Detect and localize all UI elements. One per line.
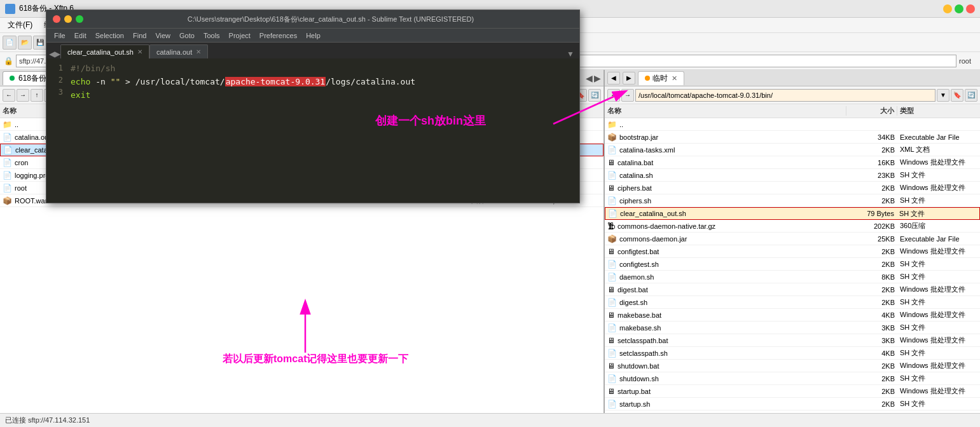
- toolbar-open[interactable]: 📂: [18, 36, 32, 50]
- sublime-min[interactable]: [64, 15, 72, 23]
- s-menu-selection[interactable]: Selection: [92, 30, 128, 41]
- right-file-name: 🖥 startup.bat: [605, 387, 846, 396]
- right-file-icon: 📄: [607, 196, 617, 205]
- s-menu-edit[interactable]: Edit: [71, 30, 90, 41]
- sublime-tabbar: ◀ ▶ clear_catalina_out.sh ✕ catalina.out…: [46, 42, 579, 58]
- right-file-type: SH 文件: [897, 272, 980, 281]
- right-file-icon: 🖥: [607, 362, 615, 370]
- right-file-name: 🗜 commons-daemon-native.tar.gz: [605, 222, 846, 231]
- right-file-icon: 🖥: [607, 285, 615, 294]
- right-file-row[interactable]: 🖥 shutdown.bat 2KB Windows 批处理文件: [605, 360, 980, 372]
- right-tab-prev[interactable]: ◀: [607, 72, 620, 85]
- line-numbers: 1 2 3: [46, 58, 66, 203]
- right-file-icon: 🖥: [607, 311, 615, 320]
- file-icon: 📄: [3, 184, 12, 193]
- right-file-name-label: daemon.sh: [619, 273, 654, 281]
- right-bookmark[interactable]: 🔖: [951, 89, 963, 102]
- right-file-row[interactable]: 🗜 commons-daemon-native.tar.gz 202KB 360…: [605, 220, 980, 233]
- left-forward[interactable]: →: [17, 89, 29, 102]
- status-text: 已连接 sftp://47.114.32.151: [5, 416, 90, 425]
- s-tab-nav-prev[interactable]: ◀: [49, 50, 55, 58]
- right-file-name-label: digest.sh: [619, 299, 647, 306]
- right-tab-dot: [645, 76, 650, 81]
- s-tab-2[interactable]: catalina.out ✕: [149, 44, 208, 58]
- right-back[interactable]: ←: [607, 89, 620, 102]
- s-menu-help[interactable]: Help: [302, 30, 324, 41]
- right-file-type: Windows 批处理文件: [897, 361, 980, 370]
- right-tab-next[interactable]: ▶: [623, 72, 635, 85]
- right-file-name-label: catalina.sh: [619, 172, 653, 179]
- s-tab-nav-next[interactable]: ▶: [55, 50, 60, 58]
- menu-file[interactable]: 文件(F): [3, 18, 38, 32]
- s-menu-preferences[interactable]: Preferences: [256, 30, 301, 41]
- right-tab-close[interactable]: ✕: [672, 74, 677, 83]
- right-file-row[interactable]: 📄 ciphers.sh 2KB SH 文件: [605, 194, 980, 207]
- sublime-close[interactable]: [53, 15, 60, 23]
- s-menu-find[interactable]: Find: [129, 30, 150, 41]
- right-file-row[interactable]: 🖥 setclasspath.bat 3KB Windows 批处理文件: [605, 334, 980, 347]
- right-file-row[interactable]: 🖥 digest.bat 2KB Windows 批处理文件: [605, 283, 980, 296]
- right-file-row[interactable]: 📄 catalina.sh 23KB SH 文件: [605, 169, 980, 182]
- left-tab-next[interactable]: ▶: [594, 73, 601, 83]
- right-file-row[interactable]: 📄 setclasspath.sh 4KB SH 文件: [605, 347, 980, 360]
- right-file-row[interactable]: 🖥 configtest.bat 2KB Windows 批处理文件: [605, 245, 980, 258]
- right-tab-active[interactable]: 临时 ✕: [638, 71, 684, 85]
- toolbar-new[interactable]: 📄: [3, 36, 17, 50]
- s-menu-project[interactable]: Project: [225, 30, 254, 41]
- right-file-row[interactable]: 📦 bootstrap.jar 34KB Executable Jar File: [605, 131, 980, 144]
- left-back[interactable]: ←: [3, 89, 15, 102]
- right-file-row[interactable]: 📁 ..: [605, 118, 980, 131]
- right-path-go[interactable]: ▼: [937, 89, 949, 102]
- right-file-row[interactable]: 📄 daemon.sh 8KB SH 文件: [605, 271, 980, 283]
- s-tab-1-close[interactable]: ✕: [137, 48, 142, 55]
- right-file-row[interactable]: 📄 makebase.sh 3KB SH 文件: [605, 322, 980, 334]
- right-path-input[interactable]: [635, 89, 935, 102]
- right-file-type: SH 文件: [897, 399, 980, 409]
- right-file-name-label: makebase.bat: [618, 311, 661, 319]
- right-file-size: 16KB: [846, 159, 897, 166]
- right-file-size: 23KB: [846, 172, 897, 179]
- right-file-list: 📁 .. 📦 bootstrap.jar 34KB Executable Jar…: [605, 118, 980, 413]
- right-file-row[interactable]: 📄 startup.sh 2KB SH 文件: [605, 398, 980, 410]
- s-tab-1[interactable]: clear_catalina_out.sh ✕: [60, 44, 149, 58]
- right-refresh[interactable]: 🔄: [965, 89, 977, 102]
- s-menu-tools[interactable]: Tools: [200, 30, 224, 41]
- right-file-row[interactable]: 📄 configtest.sh 2KB SH 文件: [605, 258, 980, 271]
- right-file-type: Windows 批处理文件: [897, 336, 980, 345]
- app-icon: [5, 4, 15, 14]
- file-icon: 📄: [3, 158, 12, 167]
- left-refresh[interactable]: 🔄: [588, 89, 601, 102]
- right-file-type: SH 文件: [897, 196, 980, 205]
- right-file-size: 34KB: [846, 133, 897, 141]
- right-file-type: SH 文件: [897, 297, 980, 307]
- code-area[interactable]: #!/bin/sh echo -n "" > /usr/local/tomcat…: [66, 58, 579, 203]
- right-file-row[interactable]: 📄 clear_catalina_out.sh 79 Bytes SH 文件: [605, 207, 980, 220]
- right-file-row[interactable]: 📄 shutdown.sh 2KB SH 文件: [605, 372, 980, 385]
- sublime-menubar: File Edit Selection Find View Goto Tools…: [46, 28, 579, 42]
- minimize-button[interactable]: [943, 4, 952, 13]
- left-tab-prev[interactable]: ◀: [586, 73, 593, 83]
- right-file-row[interactable]: 🖥 startup.bat 2KB Windows 批处理文件: [605, 385, 980, 398]
- close-button[interactable]: [966, 4, 975, 13]
- maximize-button[interactable]: [955, 4, 963, 13]
- right-file-name: 📦 commons-daemon.jar: [605, 234, 846, 243]
- right-file-row[interactable]: 📦 commons-daemon.jar 25KB Executable Jar…: [605, 233, 980, 245]
- s-menu-goto[interactable]: Goto: [176, 30, 198, 41]
- s-tab-2-close[interactable]: ✕: [196, 48, 201, 55]
- right-file-row[interactable]: 🖥 catalina.bat 16KB Windows 批处理文件: [605, 156, 980, 169]
- right-forward[interactable]: →: [621, 89, 634, 102]
- right-file-row[interactable]: 🖥 makebase.bat 4KB Windows 批处理文件: [605, 309, 980, 322]
- sublime-max[interactable]: [76, 15, 83, 23]
- right-file-name: 🖥 makebase.bat: [605, 311, 846, 320]
- s-tab-menu[interactable]: ▼: [567, 50, 577, 58]
- right-file-row[interactable]: 📄 catalina-tasks.xml 2KB XML 文档: [605, 144, 980, 156]
- right-file-row[interactable]: 🖥 ciphers.bat 2KB Windows 批处理文件: [605, 182, 980, 194]
- left-up[interactable]: ↑: [31, 89, 43, 102]
- right-file-size: 2KB: [846, 286, 897, 294]
- s-menu-file[interactable]: File: [50, 30, 69, 41]
- s-menu-view[interactable]: View: [151, 30, 174, 41]
- right-col-header: 名称 大小 类型: [605, 104, 980, 118]
- line-num-2: 2: [49, 74, 63, 86]
- right-file-row[interactable]: 📄 digest.sh 2KB SH 文件: [605, 296, 980, 309]
- toolbar-save[interactable]: 💾: [33, 36, 47, 50]
